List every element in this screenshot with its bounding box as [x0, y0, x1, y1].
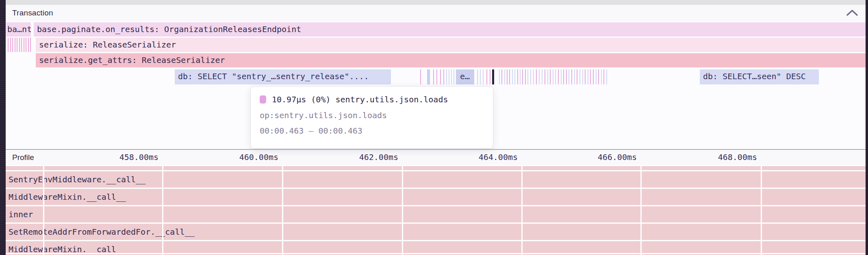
- span-row: serialize: ReleaseSerializer: [0, 38, 868, 52]
- micro-span-tick[interactable]: [483, 69, 484, 84]
- micro-span-tick[interactable]: [507, 69, 508, 84]
- span-base-truncated[interactable]: ba…nt: [6, 22, 31, 37]
- micro-span-tick[interactable]: [536, 69, 537, 84]
- micro-span-tick[interactable]: [509, 69, 510, 84]
- micro-span-tick[interactable]: [566, 69, 567, 84]
- micro-span-tick[interactable]: [596, 69, 597, 84]
- time-label: 468.00ms: [692, 152, 757, 162]
- time-gridline: [640, 165, 642, 255]
- micro-span-tick[interactable]: [514, 69, 515, 84]
- micro-span-tick[interactable]: [561, 69, 562, 84]
- micro-span-tick[interactable]: [574, 69, 575, 84]
- micro-span-tick[interactable]: [446, 69, 447, 84]
- span-serialize-get-attrs[interactable]: serialize.get_attrs: ReleaseSerializer: [36, 53, 866, 67]
- micro-span-tick[interactable]: [603, 69, 604, 84]
- span-row: serialize.get_attrs: ReleaseSerializer: [0, 53, 868, 67]
- micro-span-tick[interactable]: [547, 69, 548, 84]
- micro-span-tick[interactable]: [449, 69, 449, 84]
- micro-span-tick[interactable]: [477, 69, 478, 84]
- flame-row[interactable]: SentryEnvMiddleware.__call__: [6, 171, 866, 188]
- micro-span-tick[interactable]: [542, 69, 542, 84]
- micro-span-tick[interactable]: [443, 69, 444, 84]
- micro-span-tick[interactable]: [525, 69, 526, 84]
- micro-span-tick[interactable]: [480, 69, 481, 84]
- time-gridline: [282, 165, 283, 255]
- time-label: 458.00ms: [93, 152, 158, 162]
- tooltip-summary-row: 10.97µs (0%) sentry.utils.json.loads: [260, 95, 484, 104]
- profiler-view: Transaction ba…nt base.paginate.on_resul…: [0, 0, 868, 255]
- micro-span-tick[interactable]: [545, 69, 545, 84]
- micro-span-tick[interactable]: [555, 69, 556, 84]
- micro-span-tick[interactable]: [590, 69, 591, 84]
- time-gridline: [521, 165, 523, 255]
- time-label: 466.00ms: [572, 152, 637, 162]
- micro-span-tick[interactable]: [436, 69, 437, 84]
- span-serialize[interactable]: serialize: ReleaseSerializer: [36, 38, 866, 52]
- transaction-panel-title: Transaction: [12, 9, 53, 17]
- micro-span-tick[interactable]: [440, 69, 441, 84]
- time-gridline: [761, 165, 762, 255]
- top-strip: [6, 0, 866, 5]
- micro-span-tick[interactable]: [420, 69, 421, 84]
- time-label: 464.00ms: [453, 152, 518, 162]
- micro-span-tick[interactable]: [588, 69, 588, 84]
- micro-span-tick[interactable]: [454, 69, 454, 84]
- micro-span-tick[interactable]: [539, 69, 540, 84]
- micro-span-tick[interactable]: [517, 69, 518, 84]
- collapse-transaction-button[interactable]: [845, 8, 859, 18]
- micro-span-tick[interactable]: [533, 69, 534, 84]
- micro-span-tick[interactable]: [553, 69, 553, 84]
- micro-span-tick[interactable]: [593, 69, 594, 84]
- time-gridline: [162, 165, 163, 255]
- micro-span-tick[interactable]: [520, 69, 521, 84]
- micro-span-tick[interactable]: [522, 69, 523, 84]
- span-db-select-seen[interactable]: db: SELECT…seen" DESC: [700, 69, 819, 84]
- micro-span-tick[interactable]: [499, 69, 500, 84]
- micro-span-tick[interactable]: [451, 69, 452, 84]
- micro-span-tick[interactable]: [563, 69, 564, 84]
- time-gridline: [402, 165, 403, 255]
- micro-span-tick[interactable]: [579, 69, 580, 84]
- span-base-paginate[interactable]: base.paginate.on_results: OrganizationRe…: [34, 22, 866, 37]
- micro-span-tick[interactable]: [601, 69, 602, 84]
- collapsed-micro-spans-block[interactable]: [7, 38, 31, 52]
- micro-span-tick[interactable]: [571, 69, 572, 84]
- span-row: db: SELECT "sentry_…sentry_release".... …: [0, 69, 868, 84]
- micro-span-tick[interactable]: [577, 69, 577, 84]
- micro-span-tick[interactable]: [530, 69, 531, 84]
- flame-row[interactable]: SetRemoteAddrFromForwardedFor.__call__: [6, 224, 866, 240]
- micro-span-tick[interactable]: [582, 69, 583, 84]
- micro-span-tick[interactable]: [598, 69, 599, 84]
- micro-span-tick[interactable]: [486, 69, 487, 84]
- time-label: 462.00ms: [333, 152, 398, 162]
- time-gridline: [43, 165, 44, 255]
- flame-row[interactable]: MiddlewareMixin.__call__: [6, 241, 866, 253]
- chevron-up-icon: [845, 8, 859, 18]
- micro-span-tick[interactable]: [527, 69, 528, 84]
- micro-span-tick[interactable]: [501, 69, 502, 84]
- micro-span-tick[interactable]: [550, 69, 551, 84]
- time-label: 460.00ms: [213, 152, 278, 162]
- micro-span-tick[interactable]: [504, 69, 505, 84]
- micro-span-tick[interactable]: [558, 69, 559, 84]
- transaction-header: [6, 5, 866, 21]
- span-tooltip: 10.97µs (0%) sentry.utils.json.loads op:…: [250, 86, 493, 149]
- flame-row-partial[interactable]: [6, 166, 866, 170]
- micro-span-tick[interactable]: [512, 69, 513, 84]
- tooltip-summary: 10.97µs (0%) sentry.utils.json.loads: [272, 95, 448, 104]
- micro-span-tick[interactable]: [490, 69, 490, 84]
- profile-panel-title: Profile: [12, 153, 34, 162]
- micro-span-tick[interactable]: [569, 69, 569, 84]
- tooltip-op: op:sentry.utils.json.loads: [260, 110, 484, 120]
- micro-span-tick[interactable]: [433, 69, 434, 84]
- flame-row[interactable]: inner: [6, 206, 866, 223]
- span-color-swatch: [260, 95, 266, 104]
- flame-row[interactable]: MiddlewareMixin.__call__: [6, 189, 866, 205]
- micro-span-tick[interactable]: [585, 69, 586, 84]
- micro-span-tick[interactable]: [606, 69, 607, 84]
- span-row: ba…nt base.paginate.on_results: Organiza…: [0, 22, 868, 37]
- tooltip-time-range: 00:00.463 — 00:00.463: [260, 126, 484, 136]
